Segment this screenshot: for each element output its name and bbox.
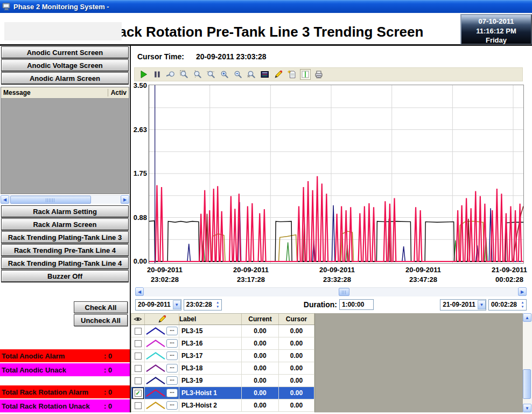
report-icon[interactable] <box>286 69 297 80</box>
x-tick-label: 20-09-201123:32:28 <box>319 265 355 284</box>
alarm-count: : 0 <box>104 402 112 410</box>
table-row-pl3-hoist-2[interactable]: ...PL3-Hoist 20.000.00 <box>131 399 314 412</box>
pen-options-button[interactable]: ... <box>166 339 178 348</box>
scrollbar-thumb[interactable] <box>523 369 531 399</box>
end-date-select[interactable]: 21-09-2011 ▼ <box>440 299 486 310</box>
nav-button-rack-trending-pre-tank-line-4[interactable]: Rack Trending Pre-Tank Line 4 <box>1 244 129 257</box>
visibility-checkbox[interactable] <box>135 377 142 384</box>
nav-button-rack-alarm-screen[interactable]: Rack Alarm Screen <box>1 218 129 231</box>
table-row-pl3-16[interactable]: ...PL3-160.000.00 <box>131 337 314 350</box>
alarm-label: Total Anodic Unack <box>2 366 66 374</box>
table-row-pl3-19[interactable]: ...PL3-190.000.00 <box>131 375 314 387</box>
pause-icon[interactable] <box>152 69 163 80</box>
logo-placeholder <box>4 22 122 40</box>
nav-button-rack-alarm-setting[interactable]: Rack Alarm Setting <box>1 205 129 218</box>
table-row-pl3-hoist-1[interactable]: ✓...PL3-Hoist 10.000.00 <box>131 387 314 399</box>
legend-icon[interactable] <box>260 69 270 80</box>
nav-button-rack-trending-plating-tank-line-3[interactable]: Rack Trending Plating-Tank Line 3 <box>1 231 129 244</box>
check-all-button[interactable]: Check All <box>74 301 128 313</box>
scrollbar-thumb[interactable] <box>339 288 349 296</box>
pen-label: PL3-18 <box>179 362 242 374</box>
scroll-down-icon[interactable]: ▼ <box>523 404 531 412</box>
table-scrollbar[interactable]: ▲ ▼ <box>523 313 532 412</box>
alarm-spacer <box>0 376 130 384</box>
cursor-value: 0.00 <box>279 399 314 411</box>
visibility-checkbox[interactable] <box>135 365 142 372</box>
pen-options-button[interactable]: ... <box>166 389 178 397</box>
trend-chart[interactable] <box>149 85 524 264</box>
nav-button-buzzer-off[interactable]: Buzzer Off <box>1 270 129 282</box>
table-row-pl3-17[interactable]: ...PL3-170.000.00 <box>131 350 314 362</box>
x-tick-label: 20-09-201123:17:28 <box>233 265 269 284</box>
scroll-left-icon[interactable]: ◀ <box>1 195 9 204</box>
eye-icon <box>131 314 145 325</box>
visibility-checkbox[interactable]: ✓ <box>135 390 142 397</box>
app-icon <box>2 2 11 11</box>
end-time-spinner[interactable]: 00:02:28 ▲▼ <box>488 299 527 310</box>
pen-options-button[interactable]: ... <box>166 327 178 335</box>
pen-icon[interactable] <box>273 69 284 80</box>
pen-style-cell: ... <box>145 325 179 337</box>
datetime-panel: 07-10-2011 11:16:12 PM Friday <box>460 14 532 45</box>
pen-options-button[interactable]: ... <box>166 376 178 385</box>
cursor-value: 0.00 <box>279 375 314 387</box>
chevron-down-icon[interactable]: ▼ <box>478 300 486 309</box>
spinner-up-icon[interactable]: ▲ <box>521 300 524 305</box>
uncheck-all-button[interactable]: Uncheck All <box>74 314 128 326</box>
table-row-pl3-18[interactable]: ...PL3-180.000.00 <box>131 362 314 375</box>
pen-options-button[interactable]: ... <box>166 351 178 360</box>
scroll-right-icon[interactable]: ▶ <box>121 195 129 204</box>
cursor-value: 0.00 <box>279 337 314 349</box>
duration-input[interactable]: 1:00:00 <box>339 299 374 310</box>
visibility-checkbox[interactable] <box>135 340 142 347</box>
zoom-vertical-icon[interactable] <box>192 69 203 80</box>
visibility-checkbox[interactable] <box>135 328 142 335</box>
spinner-down-icon[interactable]: ▼ <box>521 305 524 309</box>
pen-label: PL3-16 <box>179 337 242 349</box>
chart-toolbar <box>134 67 523 81</box>
nav-button-anodic-alarm-screen[interactable]: Anodic Alarm Screen <box>1 72 129 85</box>
nav-button-rack-trending-plating-tank-line-4[interactable]: Rack Trending Plating-Tank Line 4 <box>1 257 129 270</box>
chevron-down-icon[interactable]: ▼ <box>173 300 181 309</box>
cursor-toggle-icon[interactable] <box>300 69 311 80</box>
spinner-down-icon[interactable]: ▼ <box>216 305 219 309</box>
pen-style-cell: ... <box>145 337 179 349</box>
table-row-pl3-15[interactable]: ...PL3-150.000.00 <box>131 325 314 337</box>
zoom-in-icon[interactable] <box>219 69 230 80</box>
pen-icon <box>145 314 179 325</box>
start-time-spinner[interactable]: 23:02:28 ▲▼ <box>184 299 222 310</box>
play-icon[interactable] <box>138 69 149 80</box>
x-tick-label: 21-09-201100:02:28 <box>492 265 527 284</box>
alarm-bar-total-rack-rotation-alarm: Total Rack Rotation Alarm: 0 <box>0 385 130 398</box>
zoom-box-icon[interactable] <box>179 69 190 80</box>
print-icon[interactable] <box>313 69 324 80</box>
cursor-value: 0.00 <box>279 362 314 374</box>
visibility-cell <box>131 325 145 337</box>
zoom-reset-icon[interactable] <box>246 69 257 80</box>
visibility-checkbox[interactable] <box>135 353 142 360</box>
pen-options-button[interactable]: ... <box>166 401 178 410</box>
pan-icon[interactable] <box>165 69 176 80</box>
chart-scrollbar[interactable]: ◀ ▶ <box>135 287 527 296</box>
visibility-cell: ✓ <box>131 387 145 399</box>
nav-button-anodic-current-screen[interactable]: Anodic Current Screen <box>1 46 129 59</box>
scroll-left-icon[interactable]: ◀ <box>135 287 144 296</box>
checkbox-wrap <box>132 375 144 387</box>
scroll-up-icon[interactable]: ▲ <box>523 313 531 322</box>
zoom-horizontal-icon[interactable] <box>206 69 216 80</box>
visibility-checkbox[interactable] <box>135 402 142 409</box>
spinner-up-icon[interactable]: ▲ <box>216 300 219 305</box>
checkbox-wrap <box>132 338 144 349</box>
message-scrollbar[interactable]: ◀ ▶ <box>1 195 129 204</box>
visibility-cell <box>131 375 145 387</box>
start-date-select[interactable]: 20-09-2011 ▼ <box>135 299 181 310</box>
message-list[interactable] <box>1 99 129 194</box>
scrollbar-thumb[interactable] <box>10 196 91 204</box>
y-axis: 3.502.631.750.880.00 <box>131 85 149 264</box>
message-column-header: Message <box>3 89 31 96</box>
scroll-right-icon[interactable]: ▶ <box>518 287 527 296</box>
alarm-bar-total-anodic-alarm: Total Anodic Alarm: 0 <box>0 349 130 362</box>
pen-options-button[interactable]: ... <box>166 364 178 372</box>
nav-button-anodic-voltage-screen[interactable]: Anodic Voltage Screen <box>1 59 129 72</box>
zoom-out-icon[interactable] <box>233 69 243 80</box>
